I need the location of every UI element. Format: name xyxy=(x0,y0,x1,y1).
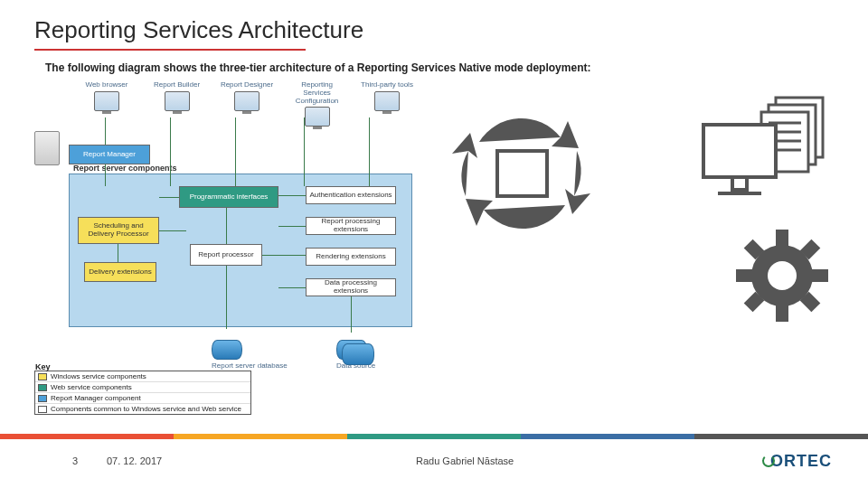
svg-rect-12 xyxy=(776,230,788,246)
client-report-builder: Report Builder xyxy=(150,81,204,136)
box-scheduling-delivery: Scheduling and Delivery Processor xyxy=(78,217,159,244)
cycle-arrows-icon xyxy=(425,101,615,246)
server-icon xyxy=(34,131,60,165)
box-auth-ext: Authentication extensions xyxy=(306,186,396,204)
gear-icon xyxy=(732,226,832,325)
slide-title: Reporting Services Architecture xyxy=(34,16,363,44)
svg-rect-9 xyxy=(732,177,747,190)
key-row: Web service components xyxy=(35,382,250,393)
svg-rect-0 xyxy=(497,151,547,196)
panel-title: Report server components xyxy=(73,164,177,173)
box-delivery-ext: Delivery extensions xyxy=(84,262,156,282)
client-web-browser: Web browser xyxy=(80,81,134,136)
box-data-proc-ext: Data processing extensions xyxy=(306,278,396,296)
slide-footer: 3 07. 12. 2017 Radu Gabriel Năstase ORTE… xyxy=(0,452,868,479)
slide-subtitle: The following diagram shows the three-ti… xyxy=(45,61,590,74)
report-server-db-icon: Report server database xyxy=(212,340,242,365)
client-third-party: Third-party tools xyxy=(360,81,414,136)
page-number: 3 xyxy=(72,455,78,466)
key-row: Report Manager component xyxy=(35,393,250,404)
slide-date: 07. 12. 2017 xyxy=(107,455,162,466)
box-programmatic-interfaces: Programmatic interfaces xyxy=(179,186,278,208)
key-row: Windows service components xyxy=(35,371,250,382)
svg-rect-8 xyxy=(703,125,776,177)
client-report-designer: Report Designer xyxy=(220,81,274,136)
box-report-processor: Report processor xyxy=(190,244,262,266)
client-tier: Web browser Report Builder Report Design… xyxy=(80,81,414,136)
key-row: Components common to Windows service and… xyxy=(35,404,250,414)
box-rendering-ext: Rendering extensions xyxy=(306,248,396,266)
data-source-icon: Data source xyxy=(336,340,367,365)
svg-rect-14 xyxy=(736,269,752,282)
author-name: Radu Gabriel Năstase xyxy=(416,455,514,466)
color-band xyxy=(0,434,868,439)
box-report-manager: Report Manager xyxy=(69,145,150,164)
svg-rect-15 xyxy=(812,269,828,282)
ortec-logo: ORTEC xyxy=(760,452,832,471)
legend-key: Key Windows service components Web servi… xyxy=(34,371,251,415)
title-underline xyxy=(34,49,306,51)
client-rs-config: Reporting Services Configuration xyxy=(290,81,344,136)
svg-rect-13 xyxy=(776,305,788,322)
monitor-docs-icon xyxy=(696,90,841,208)
key-title: Key xyxy=(35,362,51,371)
box-report-proc-ext: Report processing extensions xyxy=(306,217,396,235)
svg-point-20 xyxy=(768,261,797,290)
